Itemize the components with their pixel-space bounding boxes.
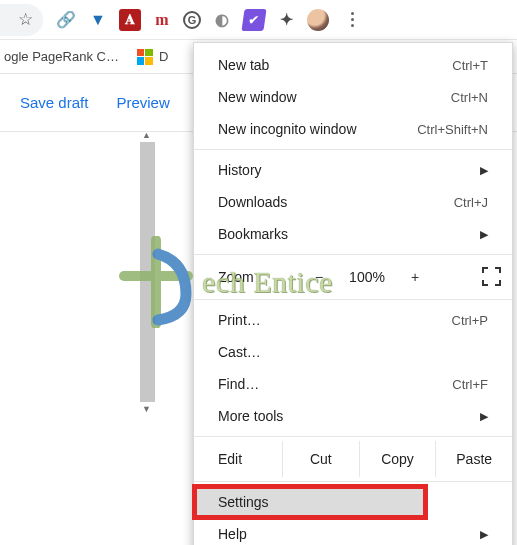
zoom-in-button[interactable]: + <box>398 269 432 285</box>
microsoft-icon <box>137 49 153 65</box>
scroll-up-arrow[interactable]: ▲ <box>142 130 151 140</box>
menu-shortcut: Ctrl+Shift+N <box>417 122 488 137</box>
menu-shortcut: Ctrl+T <box>452 58 488 73</box>
scroll-thumb[interactable] <box>140 142 155 402</box>
menu-label: History <box>218 162 262 178</box>
edit-label: Edit <box>194 451 282 467</box>
chrome-menu: New tab Ctrl+T New window Ctrl+N New inc… <box>193 42 513 545</box>
omnibox-end[interactable]: ☆ <box>0 4 43 36</box>
link-icon[interactable]: 🔗 <box>55 9 77 31</box>
save-draft-link[interactable]: Save draft <box>20 94 88 111</box>
menu-bookmarks[interactable]: Bookmarks ▶ <box>194 218 512 250</box>
menu-label: Find… <box>218 376 259 392</box>
menu-label: Downloads <box>218 194 287 210</box>
menu-label: Bookmarks <box>218 226 288 242</box>
menu-new-window[interactable]: New window Ctrl+N <box>194 81 512 113</box>
chrome-menu-button[interactable] <box>339 7 365 33</box>
menu-separator <box>194 254 512 255</box>
extensions-icon[interactable]: ✦ <box>275 9 297 31</box>
bookmark-star-icon[interactable]: ☆ <box>18 9 33 30</box>
adobe-icon[interactable]: 𝐀 <box>119 9 141 31</box>
shield-icon[interactable]: ▼ <box>87 9 109 31</box>
menu-label: Print… <box>218 312 261 328</box>
zoom-out-button[interactable]: − <box>302 269 336 285</box>
menu-separator <box>194 299 512 300</box>
menu-label: Cast… <box>218 344 261 360</box>
extension-row: 🔗 ▼ 𝐀 m G ◐ ✔ ✦ <box>55 7 365 33</box>
menu-help[interactable]: Help ▶ <box>194 518 512 545</box>
menu-label: More tools <box>218 408 283 424</box>
preview-link[interactable]: Preview <box>116 94 169 111</box>
chevron-right-icon: ▶ <box>480 164 488 177</box>
m-icon[interactable]: m <box>151 9 173 31</box>
zoom-value: 100% <box>340 269 394 285</box>
menu-shortcut: Ctrl+J <box>454 195 488 210</box>
zoom-label: Zoom <box>218 269 298 285</box>
menu-label: New window <box>218 89 297 105</box>
menu-shortcut: Ctrl+F <box>452 377 488 392</box>
circle-icon[interactable]: ◐ <box>211 9 233 31</box>
menu-print[interactable]: Print… Ctrl+P <box>194 304 512 336</box>
chevron-right-icon: ▶ <box>480 410 488 423</box>
menu-settings[interactable]: Settings <box>194 486 426 518</box>
edit-copy[interactable]: Copy <box>359 441 436 477</box>
menu-find[interactable]: Find… Ctrl+F <box>194 368 512 400</box>
menu-label: Help <box>218 526 247 542</box>
menu-separator <box>194 436 512 437</box>
menu-incognito[interactable]: New incognito window Ctrl+Shift+N <box>194 113 512 145</box>
watermark-logo-icon <box>118 236 196 328</box>
menu-separator <box>194 481 512 482</box>
menu-shortcut: Ctrl+N <box>451 90 488 105</box>
bookmark-item-d-label: D <box>159 49 168 64</box>
chevron-right-icon: ▶ <box>480 228 488 241</box>
chevron-right-icon: ▶ <box>480 528 488 541</box>
scroll-down-arrow[interactable]: ▼ <box>142 404 151 414</box>
browser-toolbar: ☆ 🔗 ▼ 𝐀 m G ◐ ✔ ✦ <box>0 0 517 40</box>
menu-shortcut: Ctrl+P <box>452 313 488 328</box>
edit-cut[interactable]: Cut <box>282 441 359 477</box>
menu-downloads[interactable]: Downloads Ctrl+J <box>194 186 512 218</box>
menu-history[interactable]: History ▶ <box>194 154 512 186</box>
fullscreen-icon[interactable] <box>482 267 502 287</box>
edit-paste[interactable]: Paste <box>435 441 512 477</box>
check-icon[interactable]: ✔ <box>241 9 266 31</box>
menu-more-tools[interactable]: More tools ▶ <box>194 400 512 432</box>
bookmark-item-d[interactable]: D <box>137 49 168 65</box>
menu-cast[interactable]: Cast… <box>194 336 512 368</box>
menu-edit-row: Edit Cut Copy Paste <box>194 441 512 477</box>
menu-label: New tab <box>218 57 269 73</box>
menu-new-tab[interactable]: New tab Ctrl+T <box>194 49 512 81</box>
menu-label: Settings <box>218 494 269 510</box>
menu-separator <box>194 149 512 150</box>
panel-scrollbar[interactable]: ▲ ▼ <box>140 142 155 402</box>
menu-label: New incognito window <box>218 121 357 137</box>
grammarly-icon[interactable]: G <box>183 11 201 29</box>
profile-avatar[interactable] <box>307 9 329 31</box>
menu-zoom: Zoom − 100% + <box>194 259 512 295</box>
bookmark-item-pagerank[interactable]: ogle PageRank C… <box>4 49 119 64</box>
